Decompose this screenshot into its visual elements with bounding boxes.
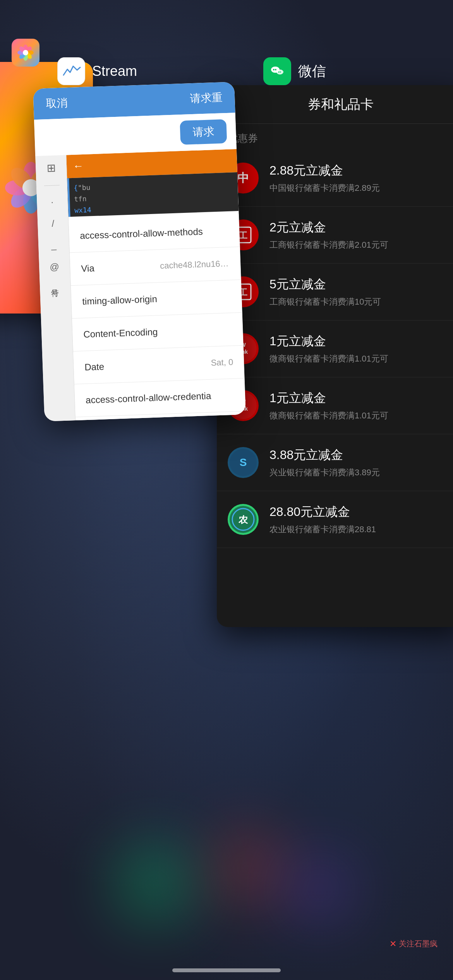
coupon-item-icbc2[interactable]: 工 5元立减金 工商银行储蓄卡消费满10元可 <box>217 264 453 320</box>
row-key: access-control-allow-methods <box>80 226 203 241</box>
row-value: Sat, 0 <box>211 357 233 368</box>
stream-app-label[interactable]: Stream <box>57 57 137 85</box>
coupon-info-icbc2: 5元立减金 工商银行储蓄卡消费满10元可 <box>269 276 453 308</box>
coupon-info-boc: 2.88元立减金 中国银行储蓄卡消费满2.89元 <box>269 162 453 194</box>
glow-green <box>116 845 194 922</box>
coupon-item-wbank2[interactable]: W ank 1元立减金 微商银行储蓄卡消费满1.01元可 <box>217 377 453 434</box>
coupon-icon-cib: S <box>228 447 259 478</box>
symbol-label: 符号 <box>50 283 60 283</box>
glow-purple <box>290 860 348 918</box>
stream-app-name: Stream <box>92 63 137 79</box>
wechat-app-label[interactable]: 微信 <box>263 57 326 85</box>
table-row: Via cache48.l2nu16-1[569,0 <box>70 247 241 286</box>
coupon-item-wbank1[interactable]: W ank 1元立减金 微商银行储蓄卡消费满1.01元可 <box>217 320 453 377</box>
table-row: access-control-allow-methods <box>69 214 240 253</box>
coupon-desc: 微商银行储蓄卡消费满1.01元可 <box>269 410 453 421</box>
coupon-desc: 兴业银行储蓄卡消费满3.89元 <box>269 467 453 478</box>
coupon-info-wbank1: 1元立减金 微商银行储蓄卡消费满1.01元可 <box>269 333 453 365</box>
coupon-desc: 微商银行储蓄卡消费满1.01元可 <box>269 353 453 365</box>
coupon-desc: 工商银行储蓄卡消费满2.01元可 <box>269 239 453 251</box>
stream-request-bar: 请求 <box>34 113 237 156</box>
coupon-title: 28.80元立减金 <box>269 504 453 521</box>
svg-text:工: 工 <box>239 231 247 240</box>
dot-symbol: · <box>51 197 54 207</box>
coupon-title: 2元立减金 <box>269 219 453 236</box>
coupon-info-wbank2: 1元立减金 微商银行储蓄卡消费满1.01元可 <box>269 390 453 421</box>
glow-red <box>213 833 283 903</box>
coupon-icon-abc: 农 <box>228 504 259 535</box>
wechat-title: 券和礼品卡 <box>308 96 374 113</box>
svg-text:S: S <box>240 456 247 468</box>
stream-cancel-btn[interactable]: 取消 <box>46 96 68 111</box>
row-key: timing-allow-origin <box>82 293 157 307</box>
coupon-desc: 农业银行储蓄卡消费满28.81 <box>269 524 453 535</box>
watermark-text: 关注石墨疯 <box>399 939 438 949</box>
coupon-title: 1元立减金 <box>269 333 453 350</box>
photos-app-icon <box>12 39 39 67</box>
wechat-app-name: 微信 <box>298 62 326 81</box>
grid-icon[interactable]: ⊞ <box>46 161 56 175</box>
coupon-desc: 工商银行储蓄卡消费满10元可 <box>269 296 453 308</box>
coupon-title: 5元立减金 <box>269 276 453 293</box>
wechat-header: ‹ 券和礼品卡 <box>217 85 453 124</box>
wechat-coupon-section-label: 优惠券 <box>217 124 453 150</box>
coupon-item-abc[interactable]: 农 28.80元立减金 农业银行储蓄卡消费满28.81 <box>217 491 453 548</box>
table-row: Date Sat, 0 <box>73 346 245 384</box>
coupon-info-cib: 3.88元立减金 兴业银行储蓄卡消费满3.89元 <box>269 447 453 478</box>
svg-text:农: 农 <box>238 515 248 525</box>
coupon-item-cib[interactable]: S 3.88元立减金 兴业银行储蓄卡消费满3.89元 <box>217 434 453 491</box>
svg-point-8 <box>23 50 28 55</box>
wechat-card: ‹ 券和礼品卡 优惠券 中 2.88元立减金 中国银行储蓄卡消费满2.89元 工… <box>217 85 453 627</box>
underscore-symbol: _ <box>51 240 57 250</box>
wechat-app-icon <box>263 57 291 85</box>
svg-text:中: 中 <box>237 171 249 184</box>
coupon-info-abc: 28.80元立减金 农业银行储蓄卡消费满28.81 <box>269 504 453 535</box>
svg-point-12 <box>273 69 275 70</box>
watermark: ✕ 关注石墨疯 <box>390 939 438 949</box>
row-key: access-control-allow-credentia <box>86 391 211 406</box>
table-row: Content-Encoding <box>72 313 244 351</box>
table-row: timing-allow-origin <box>71 280 242 319</box>
row-key: Date <box>84 361 105 373</box>
photos-app-label[interactable] <box>12 39 39 67</box>
coupon-title: 2.88元立减金 <box>269 162 453 179</box>
coupon-title: 3.88元立减金 <box>269 447 453 464</box>
json-content: {"bu tfn wx14 <box>74 177 233 216</box>
slash-symbol: / <box>51 218 55 229</box>
stream-card: 取消 请求重 请求 ⊞ · / _ @ 符号 ← {"bu tfn <box>33 82 246 421</box>
stream-request-button[interactable]: 请求 <box>180 119 227 145</box>
coupon-title: 1元立减金 <box>269 390 453 407</box>
svg-point-16 <box>280 72 281 73</box>
stream-main-panel: ← {"bu tfn wx14 access-control-allow-met… <box>66 149 246 421</box>
home-indicator <box>172 968 281 972</box>
stream-header-title: 请求重 <box>190 90 223 106</box>
back-icon[interactable]: ← <box>73 160 84 173</box>
row-value: cache48.l2nu16-1[569,0 <box>160 259 230 271</box>
coupon-info-icbc1: 2元立减金 工商银行储蓄卡消费满2.01元可 <box>269 219 453 251</box>
table-row: access-control-allow-credentia <box>74 379 246 417</box>
coupon-item-icbc1[interactable]: 工 2元立减金 工商银行储蓄卡消费满2.01元可 <box>217 207 453 264</box>
svg-point-15 <box>278 72 280 73</box>
svg-point-13 <box>275 69 276 70</box>
row-key: Via <box>81 263 94 274</box>
at-symbol: @ <box>50 261 59 272</box>
stream-json-preview: {"bu tfn wx14 <box>67 172 239 217</box>
coupon-desc: 中国银行储蓄卡消费满2.89元 <box>269 182 453 194</box>
stream-rows-container: access-control-allow-methods Via cache48… <box>69 214 246 421</box>
row-key: Content-Encoding <box>83 326 158 340</box>
coupon-item-boc[interactable]: 中 2.88元立减金 中国银行储蓄卡消费满2.89元 <box>217 150 453 207</box>
divider <box>44 185 59 186</box>
stream-app-icon <box>57 57 85 85</box>
